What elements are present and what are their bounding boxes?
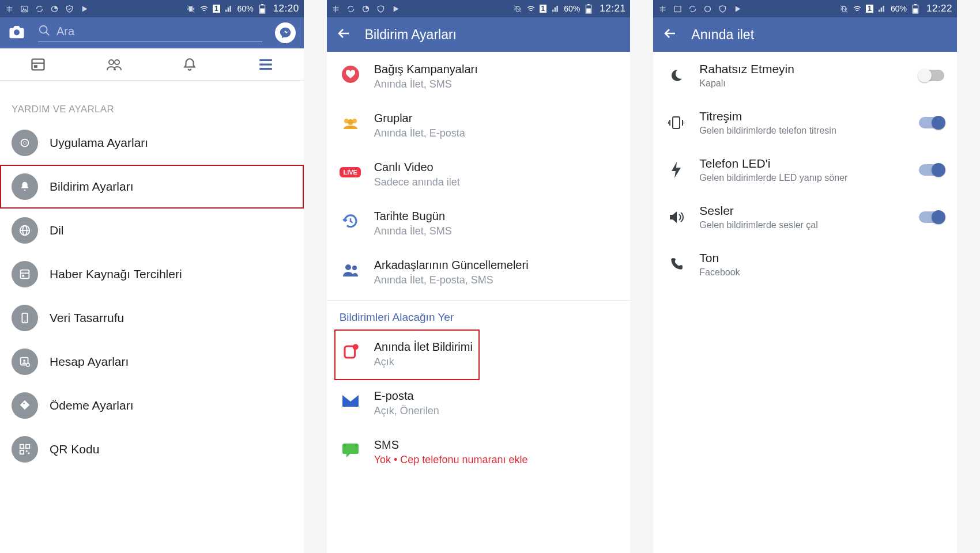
- svg-point-29: [23, 359, 25, 362]
- svg-point-13: [109, 60, 114, 65]
- signal-icon: [551, 4, 560, 13]
- app-bar: Bildirim Ayarları: [327, 17, 631, 52]
- mail-icon: [340, 390, 361, 412]
- menu-account-settings[interactable]: Hesap Ayarları: [0, 340, 304, 384]
- row-tone[interactable]: Ton Facebook: [653, 241, 957, 288]
- sim-indicator: 1: [540, 5, 547, 13]
- menu-data-saver[interactable]: Veri Tasarrufu: [0, 296, 304, 340]
- row-sub: Sadece anında ilet: [374, 176, 460, 188]
- price-tag-icon: [12, 392, 38, 419]
- row-sms[interactable]: SMS Yok • Cep telefonu numaranı ekle: [327, 427, 631, 476]
- row-live-video[interactable]: LIVE Canlı Video Sadece anında ilet: [327, 150, 631, 199]
- sync-icon: [346, 4, 356, 13]
- row-title: Ton: [699, 251, 944, 265]
- back-arrow-icon[interactable]: [664, 26, 677, 43]
- account-icon: [12, 349, 38, 375]
- gear-icon: [12, 130, 38, 156]
- tab-friends[interactable]: [76, 48, 152, 80]
- toggle-sounds[interactable]: [919, 211, 944, 223]
- messenger-button[interactable]: [275, 22, 296, 43]
- sim-indicator: 1: [213, 5, 220, 13]
- svg-rect-56: [673, 117, 680, 128]
- row-title: E-posta: [374, 389, 439, 403]
- row-title: Arkadaşlarının Güncellemeleri: [374, 258, 529, 272]
- toggle-dnd[interactable]: [919, 70, 944, 81]
- search-input[interactable]: [56, 25, 262, 38]
- row-title: Sesler: [699, 204, 906, 218]
- tab-notifications[interactable]: [152, 48, 228, 80]
- sync-icon: [35, 4, 44, 13]
- tab-feed[interactable]: [0, 48, 76, 80]
- menu-notification-settings[interactable]: Bildirim Ayarları: [0, 165, 304, 209]
- menu-item-label: Ödeme Ayarları: [50, 399, 134, 412]
- row-led[interactable]: Telefon LED'i Gelen bildirimlerde LED ya…: [653, 146, 957, 194]
- row-sounds[interactable]: Sesler Gelen bildirimlerde sesler çal: [653, 194, 957, 241]
- page-title: Bildirim Ayarları: [365, 27, 457, 43]
- status-left: [5, 4, 89, 13]
- svg-point-19: [24, 142, 27, 145]
- row-vibrate[interactable]: Titreşim Gelen bildirimlerde telefon tit…: [653, 99, 957, 146]
- search-field-wrap[interactable]: [38, 24, 262, 42]
- row-title: Rahatsız Etmeyin: [699, 62, 906, 76]
- menu-qr-code[interactable]: QR Kodu: [0, 427, 304, 471]
- back-arrow-icon[interactable]: [337, 26, 351, 43]
- row-sub: Anında İlet, SMS: [374, 225, 452, 237]
- screen-2-notification-settings: 1 60% 12:21 Bildirim Ayarları Bağış Kamp…: [327, 0, 654, 553]
- menu-list: Uygulama Ayarları Bildirim Ayarları Dil …: [0, 121, 304, 471]
- svg-rect-6: [260, 8, 265, 13]
- status-left: [331, 4, 401, 13]
- menu-payment-settings[interactable]: Ödeme Ayarları: [0, 384, 304, 427]
- row-push[interactable]: Anında İlet Bildirimi Açık: [327, 329, 631, 378]
- row-groups[interactable]: Gruplar Anında İlet, E-posta: [327, 101, 631, 150]
- clock: 12:22: [926, 3, 952, 14]
- screen-1-menu: 1 60% 12:20 YARDIM VE AYARLAR Uygulama A…: [0, 0, 327, 553]
- play-icon: [733, 4, 742, 13]
- svg-point-46: [352, 266, 357, 270]
- svg-rect-33: [20, 450, 24, 454]
- menu-language[interactable]: Dil: [0, 209, 304, 252]
- svg-point-30: [27, 363, 30, 367]
- screen-3-push-settings: 1 60% 12:22 Anında ilet Rahatsız Etmeyin…: [653, 0, 980, 553]
- menu-item-label: Hesap Ayarları: [50, 355, 129, 369]
- shield-icon: [718, 4, 727, 13]
- vibrate-icon: [839, 4, 849, 13]
- clock: 12:20: [273, 3, 299, 14]
- pie-icon: [50, 4, 59, 13]
- hash-icon: [5, 4, 14, 13]
- search-icon: [38, 24, 51, 39]
- row-sub: Açık: [374, 356, 473, 368]
- toggle-led[interactable]: [919, 164, 944, 176]
- svg-rect-35: [28, 453, 30, 454]
- svg-point-44: [348, 119, 353, 125]
- svg-rect-23: [21, 270, 29, 279]
- menu-newsfeed-prefs[interactable]: Haber Kaynağı Tercihleri: [0, 252, 304, 296]
- tab-strip: [0, 48, 304, 81]
- svg-rect-31: [20, 445, 24, 448]
- svg-rect-40: [587, 8, 591, 13]
- status-bar: 1 60% 12:21: [327, 0, 631, 17]
- row-sub: Kapalı: [699, 78, 906, 89]
- row-title: SMS: [374, 438, 528, 452]
- svg-rect-50: [674, 6, 681, 12]
- status-right: 1 60% 12:22: [839, 3, 952, 14]
- row-dnd[interactable]: Rahatsız Etmeyin Kapalı: [653, 52, 957, 99]
- qr-icon: [12, 436, 38, 463]
- camera-icon[interactable]: [8, 24, 25, 41]
- battery-icon: [911, 4, 920, 13]
- row-fundraisers[interactable]: Bağış Kampanyaları Anında İlet, SMS: [327, 52, 631, 101]
- battery-icon: [584, 4, 593, 13]
- menu-app-settings[interactable]: Uygulama Ayarları: [0, 121, 304, 165]
- feed-pref-icon: [12, 261, 38, 287]
- sync-icon: [688, 4, 697, 13]
- row-email[interactable]: E-posta Açık, Önerilen: [327, 378, 631, 427]
- menu-item-label: Veri Tasarrufu: [50, 311, 124, 325]
- pie-icon: [703, 4, 712, 13]
- row-on-this-day[interactable]: Tarihte Bugün Anında İlet, SMS: [327, 199, 631, 248]
- row-friend-updates[interactable]: Arkadaşlarının Güncellemeleri Anında İle…: [327, 248, 631, 297]
- toggle-vibrate[interactable]: [919, 117, 944, 128]
- row-sub: Anında İlet, E-posta: [374, 127, 465, 139]
- hash-icon: [331, 4, 341, 13]
- tab-menu[interactable]: [228, 48, 304, 80]
- phone-handset-icon: [666, 254, 687, 275]
- row-title: Bağış Kampanyaları: [374, 62, 478, 76]
